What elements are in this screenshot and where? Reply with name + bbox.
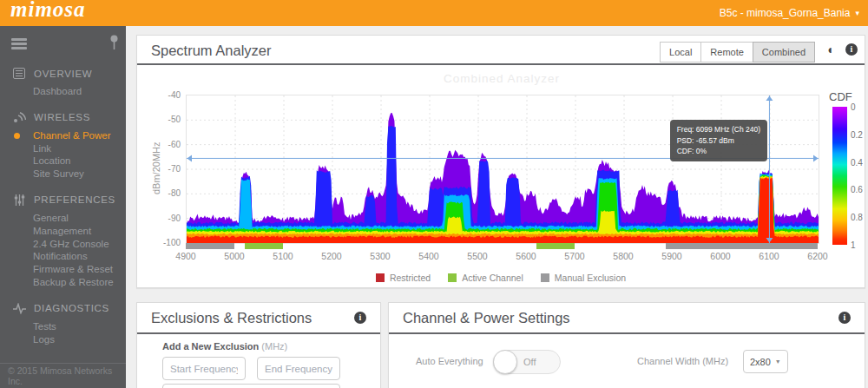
sidebar-item-firmware-reset[interactable]: Firmware & Reset	[0, 263, 126, 276]
sidebar-item-label: Firmware & Reset	[33, 264, 113, 274]
info-icon[interactable]: i	[845, 43, 858, 56]
mimosa-logo: mimosa	[10, 0, 86, 22]
x-tick: 6000	[701, 251, 740, 261]
toggle-knob	[493, 350, 517, 374]
sidebar-section-items: GeneralManagement2.4 GHz ConsoleNotifica…	[0, 212, 126, 289]
cdf-tick: 0.2	[851, 130, 868, 140]
y-tick: -90	[139, 214, 181, 223]
x-tick: 5600	[507, 251, 545, 261]
sidebar-item-location[interactable]: Location	[0, 155, 126, 168]
spectrum-chart[interactable]	[186, 95, 819, 244]
sidebar-section-label: PREFERENCES	[34, 194, 115, 205]
channel-power-card: Channel & Power Settings i Auto Everythi…	[388, 302, 865, 388]
legend-label: Manual Exclusion	[555, 273, 626, 283]
exclusions-card: Exclusions & Restrictions i Add a New Ex…	[136, 302, 381, 388]
chart-watermark-title: Combined Analyzer	[186, 72, 818, 85]
legend-swatch	[448, 273, 457, 282]
exclusions-title: Exclusions & Restrictions	[151, 310, 312, 326]
y-tick: -80	[139, 188, 181, 198]
exclusion-extra-input[interactable]	[162, 384, 340, 388]
auto-everything-toggle[interactable]: Off	[493, 350, 561, 374]
x-tick: 5400	[410, 251, 448, 261]
sidebar-item-label: Tests	[33, 321, 56, 332]
view-button-remote[interactable]: Remote	[700, 42, 753, 62]
legend-item-manual-exclusion: Manual Exclusion	[541, 273, 626, 283]
pin-icon[interactable]	[109, 35, 119, 55]
y-tick: -100	[139, 238, 181, 247]
sidebar-item-label: Logs	[33, 334, 55, 345]
x-tick: 5300	[361, 251, 399, 261]
channel-title: Channel & Power Settings	[403, 310, 570, 326]
signal-icon	[12, 112, 26, 123]
sidebar-item-dashboard[interactable]: Dashboard	[0, 85, 126, 98]
x-tick: 5700	[556, 251, 594, 261]
band-active-channel	[245, 243, 283, 249]
contrast-icon[interactable]: ◐	[828, 43, 835, 56]
channel-width-label: Channel Width (MHz)	[637, 356, 728, 366]
toggle-state: Off	[523, 357, 536, 367]
view-button-combined[interactable]: Combined	[753, 42, 815, 62]
y-tick: -60	[139, 140, 181, 149]
sidebar-item-logs[interactable]: Logs	[0, 333, 126, 346]
sidebar-item-2-4-ghz-console[interactable]: 2.4 GHz Console	[0, 238, 126, 251]
cdf-tick: 0.8	[851, 213, 868, 222]
sidebar: OVERVIEWDashboardWIRELESSChannel & Power…	[0, 26, 126, 388]
view-button-local[interactable]: Local	[660, 42, 701, 62]
sliders-icon	[12, 194, 26, 206]
channel-width-select[interactable]: 2x80 ▼	[743, 350, 788, 373]
info-icon[interactable]: i	[838, 312, 851, 324]
spectrum-layer-yellow	[187, 176, 819, 243]
add-exclusion-text: Add a New Exclusion	[162, 341, 259, 352]
sidebar-item-link[interactable]: Link	[0, 142, 126, 155]
x-tick: 4900	[167, 251, 205, 261]
sidebar-item-backup-restore[interactable]: Backup & Restore	[0, 276, 126, 289]
cdf-tick: 0	[851, 102, 868, 112]
topbar: mimosa B5c - mimosa_Gorna_Bania ▾	[0, 0, 868, 26]
spectrum-title: Spectrum Analyzer	[151, 43, 271, 59]
sidebar-item-label: Dashboard	[33, 86, 82, 96]
spectrum-svg	[187, 95, 819, 243]
sidebar-item-site-survey[interactable]: Site Survey	[0, 168, 126, 181]
crosshair-left-marker	[187, 155, 193, 161]
sidebar-item-tests[interactable]: Tests	[0, 320, 126, 333]
x-tick: 6200	[799, 251, 837, 261]
sidebar-section-items: Channel & PowerLinkLocationSite Survey	[0, 129, 126, 181]
sidebar-section-items: Dashboard	[0, 85, 126, 98]
chart-tooltip: Freq: 6099 MHz (Ch 240) PSD: -65.57 dBm …	[670, 120, 767, 161]
cdf-legend-title: CDF	[829, 90, 852, 103]
channel-width-value: 2x80	[750, 357, 771, 367]
tooltip-cdf: CDF: 0%	[677, 146, 760, 157]
menu-icon[interactable]	[11, 38, 27, 51]
sidebar-item-general[interactable]: General	[0, 212, 126, 225]
x-tick: 5100	[264, 251, 302, 261]
sidebar-item-notifications[interactable]: Notifications	[0, 250, 126, 263]
chart-legend: RestrictedActive ChannelManual Exclusion	[137, 273, 865, 283]
channel-band-strip	[186, 243, 818, 249]
sidebar-nav: OVERVIEWDashboardWIRELESSChannel & Power…	[0, 66, 126, 345]
sidebar-section-wireless: WIRELESS	[0, 110, 126, 125]
device-selector[interactable]: B5c - mimosa_Gorna_Bania ▾	[720, 0, 859, 26]
add-exclusion-label: Add a New Exclusion (MHz)	[162, 341, 287, 352]
sidebar-item-label: Management	[33, 226, 91, 236]
band-manual-exclusion	[186, 243, 234, 249]
view-toggle-group: LocalRemoteCombined	[661, 42, 815, 62]
sidebar-item-channel-power[interactable]: Channel & Power	[0, 129, 126, 142]
caret-down-icon: ▾	[855, 10, 859, 17]
add-exclusion-unit: (MHz)	[261, 341, 287, 352]
sidebar-section-preferences: PREFERENCES	[0, 193, 126, 207]
x-tick: 6100	[750, 251, 788, 261]
legend-label: Active Channel	[462, 273, 523, 283]
sidebar-section-overview: OVERVIEW	[0, 66, 126, 81]
y-tick: -40	[139, 90, 181, 100]
app-window: mimosa B5c - mimosa_Gorna_Bania ▾ OVERVI…	[0, 0, 868, 388]
sidebar-section-label: DIAGNOSTICS	[34, 303, 109, 313]
sidebar-item-management[interactable]: Management	[0, 225, 126, 238]
sidebar-section-label: OVERVIEW	[34, 69, 92, 79]
start-frequency-input[interactable]	[162, 357, 246, 380]
sidebar-section-items: TestsLogs	[0, 320, 126, 346]
legend-swatch	[541, 273, 549, 282]
end-frequency-input[interactable]	[257, 357, 340, 380]
info-icon[interactable]: i	[354, 312, 366, 324]
x-tick: 5200	[312, 251, 351, 261]
sidebar-section-diagnostics: DIAGNOSTICS	[0, 301, 126, 316]
